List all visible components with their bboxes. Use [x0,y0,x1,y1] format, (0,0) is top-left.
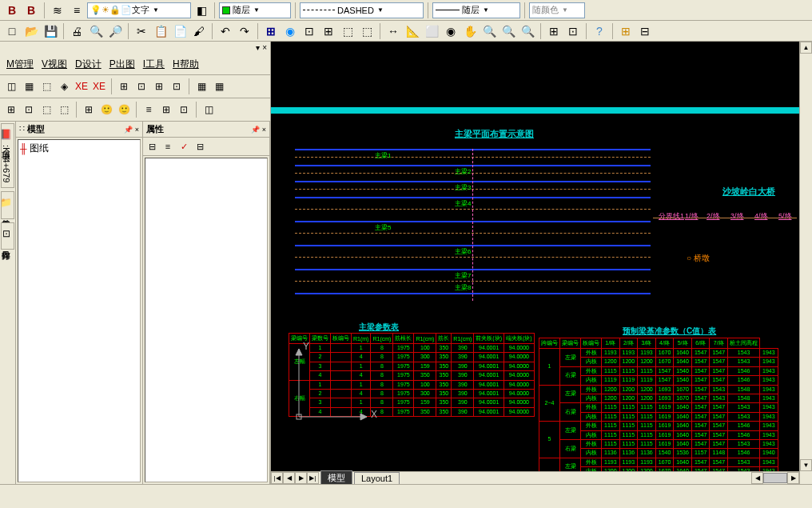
tool-btn-2[interactable]: ◉ [281,22,299,40]
ptool-11[interactable]: ▦ [193,78,209,94]
qtool-9[interactable]: ⊞ [158,102,174,118]
side-tab-files[interactable]: 📁 我的文件夹 [1,191,14,218]
qtool-2[interactable]: ⊡ [21,102,37,118]
menu-manage[interactable]: M管理 [6,58,34,71]
cut-button[interactable]: ✂ [133,22,150,40]
qtool-10[interactable]: ⊡ [176,102,192,118]
menu-plot[interactable]: P出图 [109,58,135,71]
find-button[interactable]: 🔎 [106,22,124,40]
scrollbar-horizontal[interactable]: |◀ ◀ ▶ ▶| 模型 Layout1 ◀ ▶ [271,471,799,484]
save-button[interactable]: 💾 [42,22,59,40]
app-icon-2[interactable]: B [22,2,40,19]
menu-help[interactable]: H帮助 [173,58,199,71]
qtool-11[interactable]: ◫ [201,102,217,118]
qtool-3[interactable]: ⬚ [38,102,54,118]
ptool-7[interactable]: ⊞ [116,78,132,94]
ptool-6[interactable]: XE [91,78,107,94]
tabs-prev-button[interactable]: ◀ [283,472,295,484]
layout-tab-model[interactable]: 模型 [320,470,352,484]
qtool-1[interactable]: ⊞ [3,102,19,118]
zoom-ext-button[interactable]: 🔍 [519,22,536,40]
drawing-viewport[interactable]: 主梁平面布置示意图 沙坡岭白大桥 主梁1 主梁2 主梁 [271,42,812,484]
extra-btn-2[interactable]: ⊟ [636,22,654,40]
zoom-window-button[interactable]: ⬜ [423,22,440,40]
ptool-12[interactable]: ▦ [211,78,227,94]
redo-button[interactable]: ↷ [236,22,253,40]
ptool-5[interactable]: XE [74,78,90,94]
design-center-button[interactable]: ⊡ [564,22,582,40]
prop-btn-apply[interactable]: ✓ [177,139,191,154]
props-toolbar: ⊟ ≡ ✓ ⊟ [143,138,269,156]
paste-button[interactable]: 📄 [171,22,189,40]
linetype-dropdown[interactable]: DASHED ▼ [300,2,424,18]
qtool-4[interactable]: ⬚ [56,102,72,118]
zoom-rt-button[interactable]: 🔍 [480,22,498,40]
tree-item-drawings[interactable]: ╫ 图纸 [20,142,138,155]
print-button[interactable]: 🖨 [68,22,86,40]
qtool-8[interactable]: ≡ [141,102,157,118]
properties-button[interactable]: ⊞ [545,22,563,40]
color-dropdown[interactable]: 随颜色 ▼ [529,2,585,18]
scroll-right-button[interactable]: ▶ [787,472,799,484]
measure-button[interactable]: 📐 [404,22,421,40]
side-tab-wizard[interactable]: ⊡ 操作向导 [1,222,14,250]
qtool-6[interactable]: 🙂 [98,102,114,118]
ptool-3[interactable]: ⬚ [38,78,54,94]
qtool-7[interactable]: 🙂 [116,102,132,118]
orbit-button[interactable]: ◉ [442,22,460,40]
tool-btn-5[interactable]: ⬚ [339,22,356,40]
ptool-9[interactable]: ⊞ [151,78,167,94]
undo-button[interactable]: ↶ [217,22,234,40]
pan-button[interactable]: ↔ [384,22,402,40]
drawing-canvas[interactable]: 主梁平面布置示意图 沙坡岭白大桥 主梁1 主梁2 主梁 [271,42,799,471]
tabs-last-button[interactable]: ▶| [307,472,319,484]
preview-button[interactable]: 🔍 [87,22,105,40]
layer-btn-1[interactable]: ≋ [49,2,66,19]
match-button[interactable]: 🖌 [190,22,208,40]
prop-btn-1[interactable]: ⊟ [145,139,159,154]
ptool-10[interactable]: ⊡ [169,78,185,94]
style-dropdown[interactable]: 💡☀🔒📄 文字 ▼ [87,2,191,18]
prop-btn-2[interactable]: ≡ [161,139,175,154]
pan-rt-button[interactable]: ✋ [461,22,479,40]
layer-dropdown-label: 随层 [233,4,250,16]
menu-view[interactable]: V视图 [42,58,67,71]
scrollbar-vertical[interactable]: ▲ ▼ [799,42,812,484]
scroll-thumb[interactable] [763,473,787,483]
ptool-1[interactable]: ◫ [3,78,19,94]
panel-close-btn[interactable]: ▾ × [256,43,267,52]
scroll-left-button[interactable]: ◀ [751,472,763,484]
scroll-up-button[interactable]: ▲ [800,42,812,54]
copy-button[interactable]: 📋 [152,22,169,40]
tool-btn-1[interactable]: ⊞ [262,22,280,40]
layer-prev-btn[interactable]: ◧ [193,2,210,19]
panel-pin-controls[interactable]: 📌 × [124,126,139,134]
tool-btn-3[interactable]: ⊡ [301,22,318,40]
ptool-2[interactable]: ▦ [21,78,37,94]
scroll-down-button[interactable]: ▼ [800,459,812,471]
lineweight-dropdown[interactable]: 随层 ▼ [432,2,520,18]
extra-btn-1[interactable]: ⊞ [617,22,635,40]
new-button[interactable]: □ [3,22,21,40]
menu-design[interactable]: D设计 [75,58,102,71]
ptool-8[interactable]: ⊡ [133,78,149,94]
tool-btn-4[interactable]: ⊞ [320,22,337,40]
layer-dropdown[interactable]: 随层 ▼ [219,2,291,18]
prop-btn-3[interactable]: ⊟ [193,139,207,154]
model-tree[interactable]: ╫ 图纸 [18,139,141,482]
tool-btn-6[interactable]: ⬚ [358,22,376,40]
layer-btn-2[interactable]: ≡ [68,2,86,19]
menu-tools[interactable]: I工具 [143,58,165,71]
open-button[interactable]: 📂 [22,22,40,40]
help-button[interactable]: ? [591,22,608,40]
layout-tab-1[interactable]: Layout1 [354,472,400,485]
tabs-first-button[interactable]: |◀ [271,472,283,484]
qtool-5[interactable]: ⊞ [81,102,97,118]
zoom-prev-button[interactable]: 🔍 [500,22,517,40]
side-tab-project[interactable]: 📕 项目:K44+679 [1,123,14,188]
app-icon-1[interactable]: B [3,2,21,19]
props-body[interactable] [145,158,268,482]
panel-pin-controls[interactable]: 📌 × [251,126,266,134]
ptool-4[interactable]: ◈ [56,78,72,94]
tabs-next-button[interactable]: ▶ [295,472,307,484]
